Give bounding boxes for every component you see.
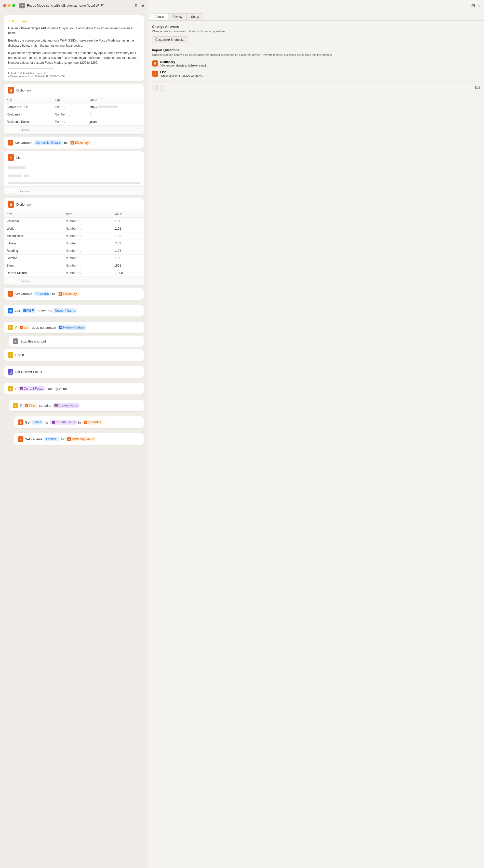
dict-token-icon-1: ▦ [70, 141, 74, 145]
list-token-icon: ≡ [20, 326, 23, 329]
table-row[interactable]: GamingNumber ⌃⌄1105 [4, 255, 144, 262]
set-var-to-1: to [64, 141, 67, 145]
set-var-icon-1: x [8, 140, 13, 146]
focusids-token: ▦ FocusIDs [82, 420, 103, 425]
if-current-focus-block[interactable]: Y If 🌙 Current Focus has any value [4, 383, 144, 395]
play-icon[interactable]: ▶ [142, 3, 145, 8]
sidebar-remove-btn[interactable]: − [160, 85, 165, 90]
add-row-btn-2[interactable]: + [8, 279, 12, 283]
get-value-for: for [44, 421, 49, 424]
table-row[interactable]: PersonalNumber ⌃⌄1100 [4, 218, 144, 225]
connector-3 [4, 364, 144, 366]
tab-privacy[interactable]: Privacy [168, 13, 187, 21]
current-focus-token-1: 🌙 Current Focus [18, 386, 45, 391]
if-list-block[interactable]: Y If ≡ List does not contain ⊕ Network D… [4, 321, 144, 333]
table-row[interactable]: Do Not DisturbNumber ⌃⌄11000 [4, 269, 144, 277]
list-item-3[interactable] [4, 180, 144, 187]
import-item-list: ≡ List "Enter your Wi-Fi SSIDs where y..… [152, 70, 480, 78]
set-var-focus-ids[interactable]: x Set variable FocusIDs to ▦ Dictionary [4, 288, 144, 300]
dictionary-icon-2: ▦ [8, 201, 14, 208]
table-row[interactable]: Residents Device Text ⌃⌄ julian [4, 118, 144, 126]
set-var-label-2: Set variable [15, 292, 32, 296]
import-dict-text: "Connection details to ioBroker.simpl... [160, 64, 208, 67]
if-condition: does not contain [32, 326, 56, 330]
set-var-dict-1: ▦ Dictionary [68, 141, 91, 145]
comment-title: Comment [12, 19, 27, 23]
titlebar-actions: ⬆ ▶ [134, 3, 145, 8]
close-button[interactable] [3, 4, 6, 7]
get-value-in: in [78, 421, 81, 424]
comment-body: Use an ioBroker Simple API instance to s… [8, 26, 139, 65]
fullscreen-button[interactable] [12, 4, 15, 7]
table-row[interactable]: WorkNumber ⌃⌄1101 [4, 225, 144, 232]
dictionary-title-1: Dictionary [16, 88, 31, 92]
get-wifi-block[interactable]: ⊕ Get ⊕ Wi-Fi network's Network Name [4, 305, 144, 316]
set-var-label-3: Set variable [25, 437, 42, 441]
current-focus-icon-2: 🌙 [55, 404, 58, 407]
sidebar-edit-btn[interactable]: Edit [475, 86, 480, 89]
if-keys-block[interactable]: Y If ▦ Keys contains 🌙 Current Focus [9, 400, 144, 411]
change-answers-title: Change Answers [152, 25, 480, 29]
add-row-btn-1[interactable]: + [8, 128, 12, 132]
remove-row-btn-1[interactable]: − [14, 128, 18, 132]
end-if-block[interactable]: Y End If [4, 349, 144, 361]
table-row[interactable]: Simple API URL Text ⌃⌄ http:// [4, 103, 144, 111]
table-row[interactable]: Residents Number ⌃⌄ 0 [4, 111, 144, 118]
col-key-1: Key [4, 97, 52, 103]
sidebar-tabs: Details Privacy Setup [148, 11, 484, 21]
set-var-to-2: to [52, 292, 55, 296]
import-item-dict: ▦ Dictionary "Connection details to ioBr… [152, 60, 480, 67]
table-row[interactable]: SleepNumber ⌃⌄1901 [4, 262, 144, 269]
import-questions-title: Import Questions [152, 48, 480, 52]
remove-list-item-btn[interactable]: − [14, 189, 18, 193]
connector-4 [4, 380, 144, 383]
if-icon-2: Y [8, 386, 13, 392]
if-keys-condition: contains [39, 404, 51, 407]
remove-row-btn-2[interactable]: − [14, 279, 18, 283]
list-item-2[interactable] [4, 172, 144, 180]
set-var-icon-3: x [18, 436, 24, 442]
dictionary-table-2: Key Type Value PersonalNumber ⌃⌄1100 Wor… [4, 211, 144, 277]
add-to-dock-icon[interactable]: ⊞ [471, 3, 475, 8]
connector-1 [4, 302, 144, 305]
tab-setup[interactable]: Setup [187, 13, 203, 21]
if-icon-3: Y [13, 403, 18, 408]
add-list-item-btn[interactable]: + [8, 189, 12, 193]
minimize-button[interactable] [8, 4, 11, 7]
customize-shortcut-btn[interactable]: Customize Shortcut... [152, 36, 188, 43]
tab-details[interactable]: Details [150, 13, 168, 21]
keys-token: ▦ Keys [23, 403, 37, 408]
set-var-focus-id[interactable]: x Set variable FocusID to ▦ Dictionary V… [14, 433, 144, 445]
info-icon[interactable]: ℹ [478, 3, 480, 8]
table-row[interactable]: ReadingNumber ⌃⌄1104 [4, 247, 144, 255]
value-field-token: Value [32, 420, 43, 425]
list-item-1[interactable] [4, 164, 144, 172]
table-row[interactable]: MindfulnessNumber ⌃⌄1102 [4, 232, 144, 240]
if-current-focus-label: If [15, 387, 17, 391]
current-focus-token-3: 🌙 Current Focus [50, 420, 77, 425]
get-value-block[interactable]: ⊕ Get Value for 🌙 Current Focus in ▦ Foc… [14, 416, 144, 428]
connector-7 [4, 431, 144, 433]
set-var-to-3: to [61, 437, 64, 441]
set-var-connection-details[interactable]: x Set variable ConnectionDetails to ▦ Di… [4, 137, 144, 149]
list-title: List [16, 156, 22, 159]
wifi-icon: ⊕ [8, 308, 13, 313]
col-value-1: Value [87, 97, 144, 103]
get-current-focus-block[interactable]: 🌙 Get Current Focus [4, 366, 144, 378]
sidebar-add-btn[interactable]: + [152, 85, 158, 90]
share-icon[interactable]: ⬆ [134, 3, 137, 8]
get-wifi-label: Get [15, 309, 20, 313]
focusids-token-icon: ▦ [84, 421, 87, 424]
connector-6 [4, 414, 144, 416]
dict-token-icon-2: ▦ [59, 292, 62, 296]
col-key-2: Key [4, 211, 63, 218]
comment-icon: ≡ [8, 19, 10, 24]
set-var-name-1: ConnectionDetails [34, 141, 63, 145]
import-item-list-icon: ≡ [152, 70, 158, 77]
stop-block[interactable]: ■ Stop this shortcut [9, 336, 144, 347]
set-var-icon-2: x [8, 291, 13, 297]
connector-5 [4, 397, 144, 400]
end-if-label: End If [15, 353, 24, 357]
table-row[interactable]: FitnessNumber ⌃⌄1103 [4, 240, 144, 247]
keys-token-icon: ▦ [25, 404, 28, 407]
